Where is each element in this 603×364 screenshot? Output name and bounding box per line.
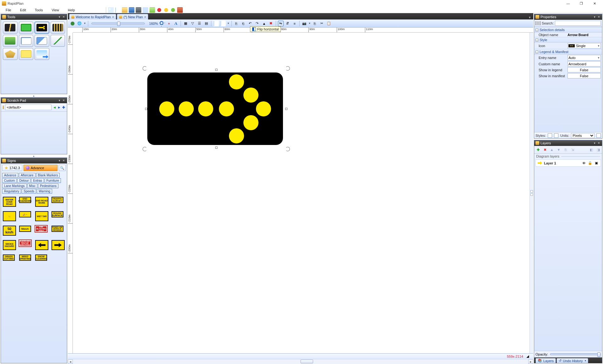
canvas[interactable] bbox=[73, 33, 530, 353]
tools-close-button[interactable]: ✕ bbox=[62, 15, 66, 19]
sign-item[interactable]: SMOKE HAZARD bbox=[3, 240, 16, 250]
bottom-tab-undo[interactable]: ↺Undo History▾ bbox=[557, 358, 588, 363]
sign-item[interactable]: END ROAD WORK bbox=[35, 197, 48, 207]
rotate-handle-nw[interactable] bbox=[143, 66, 147, 71]
sign-item[interactable]: 50km/h bbox=[19, 226, 31, 232]
signs-dock-button[interactable]: ▾ bbox=[57, 159, 61, 163]
close-button[interactable]: ✕ bbox=[588, 0, 601, 7]
sign-item[interactable]: 50 km/h bbox=[3, 226, 16, 236]
toggle-flags-button[interactable]: ▽ bbox=[190, 21, 195, 26]
sign-arrow-left[interactable] bbox=[35, 240, 48, 250]
custom-name-input[interactable] bbox=[568, 61, 601, 67]
scratch-prev-button[interactable]: ◄ bbox=[53, 105, 56, 110]
signs-search-button[interactable]: 🔍 bbox=[59, 165, 66, 171]
rotate-handle-se[interactable] bbox=[285, 147, 290, 151]
sign-item[interactable]: WET TAR bbox=[35, 211, 48, 221]
rotate-handle-ne[interactable] bbox=[285, 66, 290, 71]
tabstrip-menu-button[interactable]: ▾ bbox=[528, 15, 532, 19]
bottom-tab-layers[interactable]: 📚Layers bbox=[535, 358, 556, 363]
sign-category-warning[interactable]: Warning bbox=[37, 189, 52, 194]
horizontal-scrollbar[interactable]: ◄► bbox=[68, 359, 533, 364]
resize-handle-e[interactable] bbox=[285, 108, 287, 110]
show-in-manifest-input[interactable] bbox=[568, 73, 601, 78]
layers-close-button[interactable]: ✕ bbox=[597, 141, 601, 145]
tool-image[interactable] bbox=[35, 48, 49, 60]
properties-search-input[interactable] bbox=[555, 21, 601, 26]
resize-handle-s[interactable] bbox=[215, 147, 217, 149]
properties-dock-button[interactable]: ▾ bbox=[593, 15, 596, 19]
ungroup-button[interactable]: ⎗ bbox=[241, 21, 246, 26]
crosshair-button[interactable]: + bbox=[166, 21, 172, 26]
tools-dock-button[interactable]: ▾ bbox=[57, 15, 61, 19]
style-swatch-2[interactable] bbox=[554, 133, 558, 138]
signs-standard-dropdown[interactable]: 1742.3 bbox=[2, 165, 22, 171]
units-dropdown[interactable]: Pixels bbox=[571, 133, 595, 138]
sign-category-pedestrians[interactable]: Pedestrians bbox=[38, 184, 58, 188]
menu-help[interactable]: Help bbox=[63, 8, 79, 13]
sign-category-extras[interactable]: Extras bbox=[31, 178, 44, 183]
redo-icon[interactable] bbox=[170, 7, 176, 13]
sign-item[interactable]: BLASTING AREA SWITCH OFF RADIO AND MOBIL… bbox=[19, 240, 31, 246]
scratch-close-button[interactable]: ✕ bbox=[62, 99, 66, 102]
minimize-button[interactable]: — bbox=[562, 0, 575, 7]
layer-delete-button[interactable]: ✖ bbox=[542, 147, 547, 152]
globe-button[interactable]: 🌐 bbox=[77, 21, 82, 26]
tool-note[interactable] bbox=[19, 48, 34, 60]
layer-row[interactable]: Layer 1 👁 🔒 ▣ bbox=[535, 159, 601, 167]
menu-edit[interactable]: Edit bbox=[16, 8, 30, 13]
rotate-handle-sw[interactable] bbox=[143, 147, 147, 151]
undo-icon[interactable] bbox=[163, 7, 169, 13]
tool-distance[interactable] bbox=[35, 35, 49, 47]
layer-down-button[interactable]: ▼ bbox=[556, 147, 561, 152]
new-doc-icon[interactable] bbox=[115, 7, 121, 13]
zoom-tool-button[interactable] bbox=[159, 21, 165, 26]
units-extra-button[interactable] bbox=[596, 133, 601, 138]
flip-horizontal-button[interactable]: ⇋ bbox=[278, 21, 284, 26]
tab-welcome[interactable]: Welcome to RapidPlan× bbox=[69, 14, 116, 19]
section-style[interactable]: Style bbox=[540, 38, 547, 42]
text-tool-button[interactable]: A bbox=[173, 21, 179, 26]
sign-category-blank-markers[interactable]: Blank Markers bbox=[36, 173, 60, 178]
sign-category-custom[interactable]: Custom bbox=[2, 178, 17, 183]
toggle-legend-button[interactable]: ▤ bbox=[204, 21, 209, 26]
resize-handle-w[interactable] bbox=[145, 108, 147, 110]
icon-dropdown[interactable]: Single▼ bbox=[568, 43, 601, 49]
layer-opt2-button[interactable]: ◨ bbox=[596, 147, 601, 152]
menu-file[interactable]: File bbox=[1, 8, 16, 13]
layer-print-icon[interactable]: ▣ bbox=[594, 161, 599, 165]
sign-category-misc[interactable]: Misc bbox=[27, 184, 38, 188]
sign-item[interactable]: TRAFFIC SURVEY bbox=[52, 197, 63, 203]
scratch-name-input[interactable] bbox=[5, 104, 52, 110]
tool-line[interactable] bbox=[51, 35, 65, 47]
sign-category-speeds[interactable]: Speeds bbox=[22, 189, 36, 194]
signs-close-button[interactable]: ✕ bbox=[62, 159, 66, 163]
vertical-scrollbar[interactable] bbox=[530, 33, 533, 353]
sign-category-lane-markings[interactable]: Lane Markings bbox=[2, 184, 27, 188]
home-view-button[interactable] bbox=[70, 21, 75, 26]
layers-dock-button[interactable]: ▾ bbox=[593, 141, 596, 145]
bring-forward-button[interactable]: ▲ bbox=[261, 21, 267, 26]
print-preview-icon[interactable] bbox=[143, 7, 148, 13]
scratch-add-button[interactable]: ✚ bbox=[62, 105, 65, 110]
scratch-dock-button[interactable]: ▾ bbox=[57, 99, 61, 102]
sign-arrow-right[interactable] bbox=[52, 240, 65, 250]
sign-item[interactable]: WEED SPRAYING bbox=[19, 254, 31, 261]
snapshot-button[interactable]: 📷 bbox=[302, 21, 307, 26]
copy-button[interactable]: ⎘ bbox=[312, 21, 318, 26]
cut-button[interactable]: ✂ bbox=[319, 21, 325, 26]
selection-box[interactable] bbox=[146, 70, 286, 147]
tool-shape[interactable] bbox=[3, 48, 18, 60]
layer-visible-icon[interactable]: 👁 bbox=[582, 161, 586, 165]
flip-vertical-button[interactable]: ⇵ bbox=[285, 21, 291, 26]
align-button[interactable]: ≡ bbox=[292, 21, 297, 26]
maximize-button[interactable]: ❐ bbox=[575, 0, 588, 7]
exit-icon[interactable] bbox=[177, 7, 183, 13]
style-swatch-1[interactable] bbox=[548, 133, 552, 138]
sign-item[interactable]: WATER OVER ROAD bbox=[3, 197, 16, 207]
page-next-button[interactable] bbox=[220, 21, 226, 26]
tool-lane[interactable] bbox=[51, 22, 65, 34]
prop-mode-1[interactable] bbox=[535, 21, 536, 25]
sign-category-advance[interactable]: Advance bbox=[2, 173, 18, 178]
close-plan-icon[interactable] bbox=[156, 7, 162, 13]
resize-handle-n[interactable] bbox=[215, 69, 217, 71]
